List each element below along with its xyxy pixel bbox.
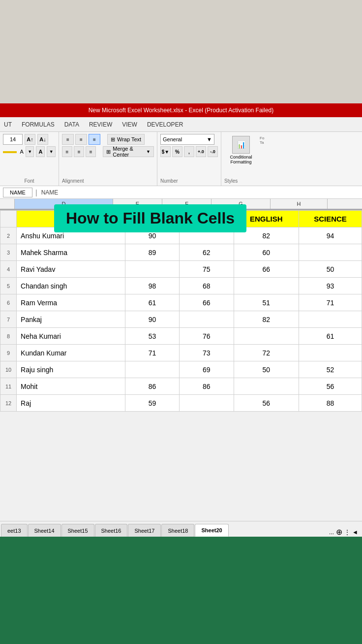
cell-science-7[interactable]: 61 (299, 328, 362, 345)
cell-maths-2[interactable]: 62 (180, 244, 234, 261)
font-shrink-button[interactable]: A↓ (37, 134, 48, 145)
cell-science-2[interactable] (299, 244, 362, 261)
merge-dropdown-icon: ▼ (146, 149, 151, 154)
cell-english-5[interactable]: 51 (234, 294, 299, 311)
comma-button[interactable]: , (184, 146, 194, 157)
number-section: General ▼ $▼ % , +.0 -.0 Number (157, 132, 221, 186)
cell-english-10[interactable] (234, 378, 299, 395)
header-science[interactable]: SCIENCE (299, 211, 362, 227)
cell-name-10[interactable]: Mohit (17, 378, 125, 395)
wrap-text-button[interactable]: ⊞ Wrap Text (107, 134, 145, 145)
cell-hindi-11[interactable]: 59 (125, 395, 179, 412)
sheet-tab-sheet16[interactable]: Sheet16 (95, 524, 128, 537)
add-sheet-button[interactable]: ⊕ (336, 527, 342, 537)
cell-hindi-8[interactable]: 71 (125, 345, 179, 361)
cell-name-8[interactable]: Kundan Kumar (17, 345, 125, 361)
cell-english-9[interactable]: 50 (234, 361, 299, 378)
cell-maths-3[interactable]: 75 (180, 261, 234, 278)
increase-decimal[interactable]: +.0 (196, 146, 206, 157)
menu-view[interactable]: VIEW (120, 120, 139, 129)
align-top-left[interactable]: ≡ (62, 134, 74, 145)
conditional-format-label: Conditional Formatting (226, 155, 256, 164)
cell-maths-11[interactable] (180, 395, 234, 412)
cell-english-4[interactable] (234, 278, 299, 294)
col-header-h[interactable]: H (271, 199, 328, 209)
cell-name-7[interactable]: Neha Kumari (17, 328, 125, 345)
merge-center-label: Merge & Center (113, 146, 144, 158)
font-color-button[interactable]: ▼ (26, 146, 34, 157)
merge-center-button[interactable]: ⊞ Merge & Center ▼ (103, 146, 154, 157)
cell-hindi-9[interactable] (125, 361, 179, 378)
conditional-formatting-button[interactable]: 📊 Conditional Formatting (224, 134, 258, 166)
cell-science-4[interactable]: 93 (299, 278, 362, 294)
cell-hindi-4[interactable]: 98 (125, 278, 179, 294)
more-sheets-button[interactable]: ... (329, 529, 334, 536)
number-format-dropdown[interactable]: General ▼ (160, 134, 214, 145)
cell-science-9[interactable]: 52 (299, 361, 362, 378)
align-middle-left[interactable]: ≡ (62, 146, 72, 157)
sheet-tab-sheet18[interactable]: Sheet18 (161, 524, 194, 537)
cell-science-8[interactable] (299, 345, 362, 361)
cell-hindi-2[interactable]: 89 (125, 244, 179, 261)
cell-english-3[interactable]: 66 (234, 261, 299, 278)
cell-science-10[interactable]: 56 (299, 378, 362, 395)
menu-review[interactable]: REVIEW (87, 120, 114, 129)
font-size-box[interactable]: 14 (3, 134, 23, 145)
number-format-label: General (163, 136, 182, 142)
currency-button[interactable]: $▼ (160, 146, 171, 157)
cell-maths-9[interactable]: 69 (180, 361, 234, 378)
cell-maths-4[interactable]: 68 (180, 278, 234, 294)
cell-hindi-6[interactable]: 90 (125, 311, 179, 328)
sheet-tab-sheet17[interactable]: Sheet17 (128, 524, 161, 537)
cell-maths-5[interactable]: 66 (180, 294, 234, 311)
sheet-tab-sheet14[interactable]: Sheet14 (28, 524, 61, 537)
cell-maths-10[interactable]: 86 (180, 378, 234, 395)
align-top-center[interactable]: ≡ (75, 134, 87, 145)
align-middle-right[interactable]: ≡ (86, 146, 96, 157)
cell-science-11[interactable]: 88 (299, 395, 362, 412)
cell-science-5[interactable]: 71 (299, 294, 362, 311)
cell-science-6[interactable] (299, 311, 362, 328)
cell-science-1[interactable]: 94 (299, 227, 362, 244)
font-color-indicator (3, 151, 17, 153)
menu-developer[interactable]: DEVELOPER (145, 120, 185, 129)
menu-formulas[interactable]: FORMULAS (20, 120, 57, 129)
cell-science-3[interactable]: 50 (299, 261, 362, 278)
align-middle-center[interactable]: ≡ (74, 146, 84, 157)
cell-name-6[interactable]: Pankaj (17, 311, 125, 328)
cell-english-2[interactable]: 60 (234, 244, 299, 261)
sheet-tab-sheet20[interactable]: Sheet20 (195, 524, 228, 537)
cell-name-5[interactable]: Ram Verma (17, 294, 125, 311)
cell-name-3[interactable]: Ravi Yadav (17, 261, 125, 278)
cell-name-11[interactable]: Raj (17, 395, 125, 412)
cell-name-4[interactable]: Chandan singh (17, 278, 125, 294)
scroll-left-button[interactable]: ◄ (352, 529, 358, 536)
cell-english-6[interactable]: 82 (234, 311, 299, 328)
menu-bar: UT FORMULAS DATA REVIEW VIEW DEVELOPER (0, 117, 362, 132)
cell-hindi-3[interactable] (125, 261, 179, 278)
bold-dropdown[interactable]: ▼ (47, 146, 56, 157)
cell-name-9[interactable]: Raju singh (17, 361, 125, 378)
cell-maths-7[interactable]: 76 (180, 328, 234, 345)
percent-button[interactable]: % (172, 146, 182, 157)
cell-maths-6[interactable] (180, 311, 234, 328)
bold-button[interactable]: A (36, 146, 45, 157)
cell-hindi-5[interactable]: 61 (125, 294, 179, 311)
cell-english-7[interactable] (234, 328, 299, 345)
cell-english-11[interactable]: 56 (234, 395, 299, 412)
decrease-decimal[interactable]: -.0 (208, 146, 218, 157)
scroll-sheets-button[interactable]: ⋮ (344, 529, 350, 536)
menu-ut[interactable]: UT (2, 120, 14, 129)
cell-name-2[interactable]: Mahek Sharma (17, 244, 125, 261)
cell-reference-box[interactable]: NAME (3, 188, 32, 197)
cell-english-8[interactable]: 72 (234, 345, 299, 361)
align-top-right[interactable]: ≡ (89, 134, 100, 145)
font-grow-button[interactable]: A↑ (25, 134, 35, 145)
sheet-tab-sheet15[interactable]: Sheet15 (61, 524, 94, 537)
banner: How to Fill Blank Cells (54, 204, 246, 232)
sheet-tab-eet13[interactable]: eet13 (1, 524, 28, 537)
cell-hindi-7[interactable]: 53 (125, 328, 179, 345)
menu-data[interactable]: DATA (62, 120, 81, 129)
cell-hindi-10[interactable]: 86 (125, 378, 179, 395)
cell-maths-8[interactable]: 73 (180, 345, 234, 361)
